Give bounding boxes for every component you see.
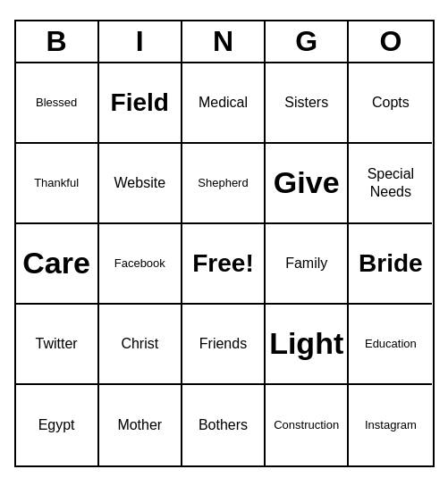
cell-text: Sisters: [284, 94, 328, 111]
bingo-cell: Light: [266, 305, 349, 385]
cell-text: Care: [22, 245, 90, 281]
cell-text: Christ: [121, 335, 158, 352]
header-letter: B: [16, 21, 99, 62]
bingo-cell: Sisters: [266, 63, 349, 144]
bingo-cell: Give: [266, 144, 349, 224]
bingo-cell: Instagram: [349, 385, 432, 465]
cell-text: Bride: [359, 248, 423, 279]
header-letter: I: [99, 21, 182, 62]
cell-text: Mother: [117, 416, 162, 433]
bingo-card: BINGO BlessedFieldMedicalSistersCoptsTha…: [14, 20, 435, 467]
cell-text: Thankful: [34, 176, 79, 190]
cell-text: SpecialNeeds: [368, 165, 414, 199]
cell-text: Copts: [372, 94, 410, 111]
cell-text: Family: [285, 255, 327, 272]
bingo-cell: Family: [266, 224, 349, 305]
cell-text: Shepherd: [198, 176, 248, 190]
bingo-cell: Field: [99, 63, 182, 144]
cell-text: Egypt: [38, 416, 75, 433]
bingo-cell: Education: [349, 305, 432, 385]
bingo-cell: Bothers: [182, 385, 266, 465]
bingo-cell: Friends: [182, 305, 266, 385]
bingo-cell: Thankful: [16, 144, 99, 224]
bingo-cell: Care: [16, 224, 99, 305]
cell-text: Bothers: [199, 416, 248, 433]
bingo-cell: Egypt: [16, 385, 99, 465]
cell-text: Education: [365, 337, 417, 351]
bingo-cell: Christ: [99, 305, 182, 385]
bingo-cell: Shepherd: [182, 144, 266, 224]
bingo-cell: Construction: [266, 385, 349, 465]
bingo-cell: Website: [99, 144, 182, 224]
cell-text: Light: [269, 325, 343, 362]
cell-text: Construction: [274, 418, 339, 432]
bingo-cell: Mother: [99, 385, 182, 465]
cell-text: Website: [114, 174, 166, 191]
cell-text: Blessed: [36, 96, 77, 110]
cell-text: Medical: [199, 94, 248, 111]
bingo-cell: Medical: [182, 63, 266, 144]
bingo-cell: Facebook: [99, 224, 182, 305]
bingo-cell: Free!: [182, 224, 266, 305]
cell-text: Free!: [192, 248, 253, 279]
header-letter: G: [266, 21, 349, 62]
bingo-cell: Copts: [349, 63, 432, 144]
cell-text: Give: [274, 164, 340, 201]
bingo-cell: Blessed: [16, 63, 99, 144]
cell-text: Instagram: [365, 418, 417, 432]
cell-text: Field: [111, 88, 169, 118]
cell-text: Twitter: [36, 335, 78, 352]
bingo-cell: Bride: [349, 224, 432, 305]
bingo-cell: SpecialNeeds: [349, 144, 432, 224]
bingo-grid: BlessedFieldMedicalSistersCoptsThankfulW…: [16, 63, 433, 465]
bingo-header: BINGO: [16, 21, 433, 63]
cell-text: Facebook: [114, 256, 165, 271]
bingo-cell: Twitter: [16, 305, 99, 385]
cell-text: Friends: [199, 335, 247, 352]
header-letter: N: [182, 21, 266, 62]
header-letter: O: [349, 21, 432, 62]
